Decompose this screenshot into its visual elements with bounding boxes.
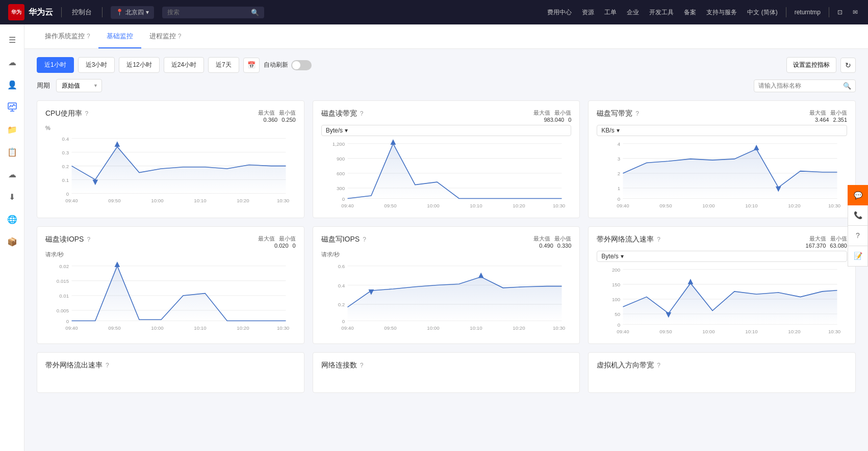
chart-cpu-title: CPU使用率 ? bbox=[45, 109, 88, 118]
float-chat-btn[interactable]: 💬 bbox=[848, 185, 868, 205]
nav-devtools[interactable]: 开发工具 bbox=[647, 8, 676, 17]
chart-cpu-help[interactable]: ? bbox=[85, 110, 89, 117]
chart-net-out-help[interactable]: ? bbox=[106, 362, 109, 369]
sidebar-storage[interactable]: 📁 bbox=[3, 120, 21, 139]
nav-resource[interactable]: 资源 bbox=[580, 8, 596, 17]
chart-disk-read-bw-svg: 1,200 900 600 300 0 09:40 09:50 10:00 10… bbox=[321, 138, 572, 209]
nav-cost[interactable]: 费用中心 bbox=[545, 8, 574, 17]
float-help-btn[interactable]: ? bbox=[848, 226, 868, 246]
os-monitor-help-icon[interactable]: ? bbox=[87, 33, 90, 40]
time-btn-3h[interactable]: 近3小时 bbox=[78, 57, 115, 73]
time-btn-24h[interactable]: 近24小时 bbox=[164, 57, 204, 73]
nav-screen[interactable]: ⊡ bbox=[835, 9, 845, 16]
svg-text:0: 0 bbox=[342, 196, 345, 202]
tab-os-monitor[interactable]: 操作系统监控 ? bbox=[37, 24, 98, 48]
nav-ticket[interactable]: 工单 bbox=[602, 8, 619, 17]
time-btn-1h[interactable]: 近1小时 bbox=[37, 57, 74, 73]
disk-read-bw-max-val: 983.040 bbox=[544, 117, 564, 123]
nav-mail[interactable]: ✉ bbox=[851, 9, 860, 16]
svg-text:10:20: 10:20 bbox=[788, 329, 801, 334]
chart-virt-in-bw: 虚拟机入方向带宽 ? bbox=[588, 352, 856, 393]
auto-refresh-toggle[interactable] bbox=[291, 60, 312, 70]
chart-disk-write-iops-stats: 最大值 最小值 0.490 0.330 bbox=[533, 235, 571, 249]
disk-read-bw-min-label: 最小值 bbox=[554, 109, 571, 117]
sidebar-cloud2[interactable]: ☁ bbox=[3, 165, 21, 183]
svg-text:09:40: 09:40 bbox=[65, 325, 78, 331]
chart-disk-read-iops: 磁盘读IOPS ? 最大值 最小值 0.020 0 bbox=[37, 226, 304, 344]
svg-text:0.1: 0.1 bbox=[62, 177, 69, 183]
chart-disk-read-iops-stats: 最大值 最小值 0.020 0 bbox=[258, 235, 296, 249]
main-content: 操作系统监控 ? 基础监控 进程监控 ? 近1小时 近3小时 近12小时 近24… bbox=[24, 24, 868, 451]
chart-disk-write-iops-help[interactable]: ? bbox=[363, 236, 366, 243]
float-help-icon: ? bbox=[856, 231, 860, 240]
chart-cpu-svg: 0.4 0.3 0.2 0.1 0 bbox=[45, 133, 296, 204]
refresh-button[interactable]: ↻ bbox=[840, 58, 856, 73]
svg-text:100: 100 bbox=[612, 297, 621, 302]
period-select-wrap[interactable]: 原始值 5分钟 15分钟 1小时 bbox=[56, 79, 102, 92]
metric-search-input[interactable] bbox=[758, 82, 840, 89]
sidebar-package[interactable]: 📦 bbox=[3, 232, 21, 251]
chart-disk-read-bw-help[interactable]: ? bbox=[360, 110, 364, 117]
chart-cpu-unit: % bbox=[45, 125, 296, 131]
sidebar-cloud[interactable]: ☁ bbox=[3, 53, 21, 71]
chart-net-conn-help[interactable]: ? bbox=[360, 362, 364, 369]
chart-net-in: 带外网络流入速率 ? 最大值 最小值 167.370 63.080 bbox=[588, 226, 856, 344]
chart-virt-in-bw-help[interactable]: ? bbox=[657, 362, 660, 369]
sidebar-user[interactable]: 👤 bbox=[3, 75, 21, 94]
svg-text:50: 50 bbox=[615, 311, 621, 317]
calendar-button[interactable]: 📅 bbox=[243, 58, 260, 73]
set-metric-button[interactable]: 设置监控指标 bbox=[786, 57, 836, 73]
charts-grid: CPU使用率 ? 最大值 最小值 0.360 0.250 bbox=[37, 100, 856, 393]
float-feedback-btn[interactable]: 📝 bbox=[848, 246, 868, 267]
float-phone-btn[interactable]: 📞 bbox=[848, 205, 868, 226]
svg-text:10:30: 10:30 bbox=[553, 325, 566, 331]
chart-net-conn-header: 网络连接数 ? bbox=[321, 361, 572, 372]
chart-cpu-area: 0.4 0.3 0.2 0.1 0 bbox=[45, 133, 296, 204]
tab-process-monitor[interactable]: 进程监控 ? bbox=[141, 24, 190, 48]
logo[interactable]: 华为 华为云 bbox=[8, 4, 53, 20]
time-btn-7d[interactable]: 近7天 bbox=[208, 57, 239, 73]
search-input[interactable] bbox=[167, 9, 248, 16]
chart-cpu-max-label: 最大值 bbox=[258, 109, 275, 117]
tab-basic-monitor[interactable]: 基础监控 bbox=[98, 24, 141, 48]
nav-lang[interactable]: 中文 (简体) bbox=[745, 8, 779, 17]
disk-read-bw-dropdown[interactable]: Byte/s ▾ bbox=[321, 125, 572, 136]
disk-write-bw-dropdown[interactable]: KB/s ▾ bbox=[597, 125, 847, 136]
chart-disk-read-iops-title-text: 磁盘读IOPS bbox=[45, 235, 84, 244]
nav-beian[interactable]: 备案 bbox=[682, 8, 698, 17]
metric-search-box[interactable]: 🔍 bbox=[754, 79, 856, 92]
chart-disk-write-bw-help[interactable]: ? bbox=[635, 110, 639, 117]
nav-user[interactable]: returntmp bbox=[793, 9, 823, 16]
svg-text:0: 0 bbox=[342, 319, 345, 324]
svg-text:10:10: 10:10 bbox=[470, 325, 482, 331]
sidebar-docs[interactable]: 📋 bbox=[3, 143, 21, 161]
net-in-dropdown[interactable]: Byte/s ▾ bbox=[597, 251, 847, 262]
location-selector[interactable]: 📍 北京四 ▾ bbox=[111, 6, 154, 19]
disk-write-iops-max-label: 最大值 bbox=[533, 235, 550, 243]
chart-net-in-stats: 最大值 最小值 167.370 63.080 bbox=[806, 235, 847, 249]
sidebar-download[interactable]: ⬇ bbox=[3, 188, 21, 206]
svg-text:10:00: 10:00 bbox=[151, 325, 164, 331]
sidebar-menu[interactable]: ☰ bbox=[3, 31, 21, 49]
chart-net-conn: 网络连接数 ? bbox=[313, 352, 580, 393]
nav-enterprise[interactable]: 企业 bbox=[625, 8, 641, 17]
nav-support[interactable]: 支持与服务 bbox=[704, 8, 739, 17]
net-in-max-label: 最大值 bbox=[809, 235, 826, 243]
chart-disk-read-iops-help[interactable]: ? bbox=[87, 236, 90, 243]
tab-os-monitor-label: 操作系统监控 bbox=[45, 32, 85, 41]
sidebar-monitor[interactable] bbox=[3, 98, 21, 116]
search-box[interactable]: 🔍 bbox=[162, 7, 264, 18]
svg-text:09:50: 09:50 bbox=[660, 329, 673, 334]
nav-control-panel[interactable]: 控制台 bbox=[70, 8, 94, 17]
svg-text:10:10: 10:10 bbox=[194, 198, 207, 203]
svg-marker-12 bbox=[114, 141, 120, 147]
process-monitor-help-icon[interactable]: ? bbox=[178, 33, 182, 40]
chart-net-in-help[interactable]: ? bbox=[657, 236, 660, 243]
time-btn-12h[interactable]: 近12小时 bbox=[119, 57, 159, 73]
sidebar-network[interactable]: 🌐 bbox=[3, 210, 21, 228]
svg-marker-30 bbox=[347, 144, 561, 199]
time-filter-bar: 近1小时 近3小时 近12小时 近24小时 近7天 📅 自动刷新 设置监控指标 … bbox=[37, 57, 856, 73]
chart-disk-write-iops: 磁盘写IOPS ? 最大值 最小值 0.490 0.330 bbox=[313, 226, 580, 344]
period-select[interactable]: 原始值 5分钟 15分钟 1小时 bbox=[56, 79, 102, 92]
location-chevron: ▾ bbox=[146, 9, 149, 16]
